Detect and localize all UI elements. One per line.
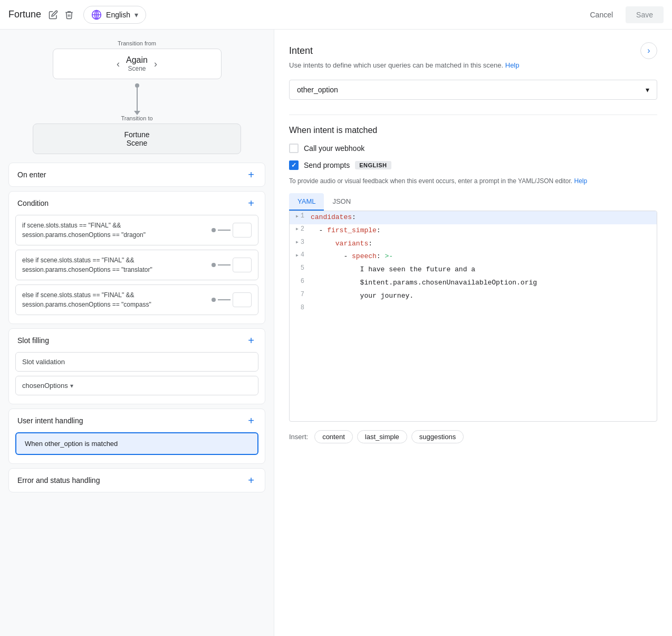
intent-dropdown[interactable]: other_option ▾ <box>289 80 657 100</box>
condition-text-2: else if scene.slots.status == "FINAL" &&… <box>22 255 207 274</box>
slot-filling-title: Slot filling <box>17 336 49 345</box>
save-button[interactable]: Save <box>626 6 664 23</box>
language-selector[interactable]: English ▾ <box>83 6 146 24</box>
connector-line <box>218 230 231 231</box>
dropdown-arrow-icon: ▾ <box>135 11 138 19</box>
intent-description: Use intents to define which user queries… <box>289 61 657 69</box>
insert-row: Insert: content last_simple suggestions <box>289 422 657 443</box>
expand-button[interactable]: › <box>640 42 657 59</box>
editor-tabs: YAML JSON <box>289 193 657 211</box>
condition-target-3 <box>233 292 252 307</box>
on-enter-add-button[interactable]: + <box>246 169 256 180</box>
code-line-6: 6 $intent.params.chosenUnavailableOption… <box>290 277 657 290</box>
code-line-8: 8 <box>290 303 657 316</box>
prompt-description: To provide audio or visual feedback when… <box>289 177 657 185</box>
slot-filling-add-button[interactable]: + <box>246 335 256 346</box>
main-layout: Transition from ‹ Again Scene › Transiti… <box>0 30 672 636</box>
condition-section: Condition + if scene.slots.status == "FI… <box>8 191 265 324</box>
line-content-6: $intent.params.chosenUnavailableOption.o… <box>311 277 657 289</box>
line-content-5: I have seen the future and a <box>311 264 657 276</box>
condition-target-2 <box>233 258 252 272</box>
send-prompts-checkbox[interactable] <box>289 160 299 170</box>
edit-button[interactable] <box>45 8 61 22</box>
line-gutter-3: ▶ 3 <box>290 238 311 246</box>
triangle-icon-1[interactable]: ▶ <box>296 214 299 219</box>
chosen-options-item[interactable]: chosenOptions ▾ <box>15 376 258 395</box>
code-line-3: ▶ 3 variants: <box>290 238 657 251</box>
condition-item[interactable]: else if scene.slots.status == "FINAL" &&… <box>15 284 258 315</box>
condition-body: if scene.slots.status == "FINAL" &&sessi… <box>9 215 265 324</box>
when-matched-title: When intent is matched <box>289 126 657 135</box>
slot-validation-label: Slot validation <box>22 358 65 366</box>
insert-suggestions-chip[interactable]: suggestions <box>411 430 464 443</box>
on-enter-section: On enter + <box>8 163 265 187</box>
line-gutter-1: ▶ 1 <box>290 212 311 220</box>
triangle-icon-4[interactable]: ▶ <box>296 253 299 258</box>
condition-arrow-1 <box>212 223 252 238</box>
on-enter-header[interactable]: On enter + <box>9 163 265 186</box>
intent-dropdown-arrow-icon: ▾ <box>646 86 649 94</box>
slot-filling-header[interactable]: Slot filling + <box>9 329 265 352</box>
slot-validation-item[interactable]: Slot validation <box>15 352 258 372</box>
connector-line <box>218 264 231 265</box>
line-num-3: 3 <box>301 239 304 246</box>
error-status-section: Error and status handling + <box>8 468 265 492</box>
transition-to-scene-name: Fortune <box>42 130 232 139</box>
line-content-7: your journey. <box>311 290 657 302</box>
condition-header[interactable]: Condition + <box>9 192 265 215</box>
user-intent-add-button[interactable]: + <box>246 415 256 426</box>
right-panel: Intent › Use intents to define which use… <box>274 30 672 636</box>
intent-title: Intent <box>289 45 313 56</box>
transition-from-scene-name: Again <box>126 55 148 65</box>
transition-prev-button[interactable]: ‹ <box>114 56 122 72</box>
error-status-title: Error and status handling <box>17 476 100 485</box>
connector-dot <box>212 298 216 302</box>
code-line-5: 5 I have seen the future and a <box>290 263 657 277</box>
condition-text-3: else if scene.slots.status == "FINAL" &&… <box>22 290 207 309</box>
user-intent-title: User intent handling <box>17 416 83 425</box>
line-num-2: 2 <box>301 225 304 233</box>
transition-to-card: Fortune Scene <box>33 124 241 154</box>
condition-item[interactable]: else if scene.slots.status == "FINAL" &&… <box>15 250 258 280</box>
json-tab[interactable]: JSON <box>324 193 359 211</box>
transition-next-button[interactable]: › <box>152 56 159 72</box>
transition-from-label: Transition from <box>118 40 156 46</box>
prompt-help-link[interactable]: Help <box>574 177 588 185</box>
code-line-7: 7 your journey. <box>290 290 657 303</box>
user-intent-header[interactable]: User intent handling + <box>9 409 265 432</box>
intent-match-item[interactable]: When other_option is matched <box>15 432 258 455</box>
condition-target-1 <box>233 223 252 238</box>
insert-content-chip[interactable]: content <box>314 430 353 443</box>
line-content-1: candidates: <box>311 212 657 224</box>
delete-button[interactable] <box>61 8 77 22</box>
connector-line <box>218 299 231 300</box>
transition-to-container: Transition to Fortune Scene <box>8 115 265 154</box>
error-status-header[interactable]: Error and status handling + <box>9 469 265 492</box>
cancel-button[interactable]: Cancel <box>581 6 621 23</box>
code-editor[interactable]: ▶ 1 candidates: ▶ 2 - first_simple: ▶ 3 <box>289 211 657 422</box>
condition-item[interactable]: if scene.slots.status == "FINAL" &&sessi… <box>15 215 258 245</box>
condition-add-button[interactable]: + <box>246 198 256 208</box>
line-content-3: variants: <box>311 238 657 250</box>
insert-last-simple-chip[interactable]: last_simple <box>357 430 407 443</box>
intent-help-link[interactable]: Help <box>505 61 520 69</box>
error-status-add-button[interactable]: + <box>246 475 256 486</box>
intent-value: other_option <box>297 86 338 94</box>
yaml-tab[interactable]: YAML <box>289 193 324 211</box>
user-intent-body: When other_option is matched <box>9 432 265 463</box>
line-content-8 <box>311 303 657 316</box>
triangle-icon-2[interactable]: ▶ <box>296 226 299 231</box>
line-num-1: 1 <box>301 212 304 220</box>
webhook-label: Call your webhook <box>304 144 364 153</box>
section-divider <box>289 115 657 115</box>
on-enter-title: On enter <box>17 170 46 179</box>
arrow-head <box>134 111 140 115</box>
triangle-icon-3[interactable]: ▶ <box>296 240 299 244</box>
page-title: Fortune <box>8 9 41 20</box>
webhook-row: Call your webhook <box>289 144 657 153</box>
condition-text-1: if scene.slots.status == "FINAL" &&sessi… <box>22 221 207 240</box>
condition-arrow-2 <box>212 258 252 272</box>
user-intent-section: User intent handling + When other_option… <box>8 409 265 464</box>
language-label: English <box>106 11 130 19</box>
webhook-checkbox[interactable] <box>289 144 299 153</box>
